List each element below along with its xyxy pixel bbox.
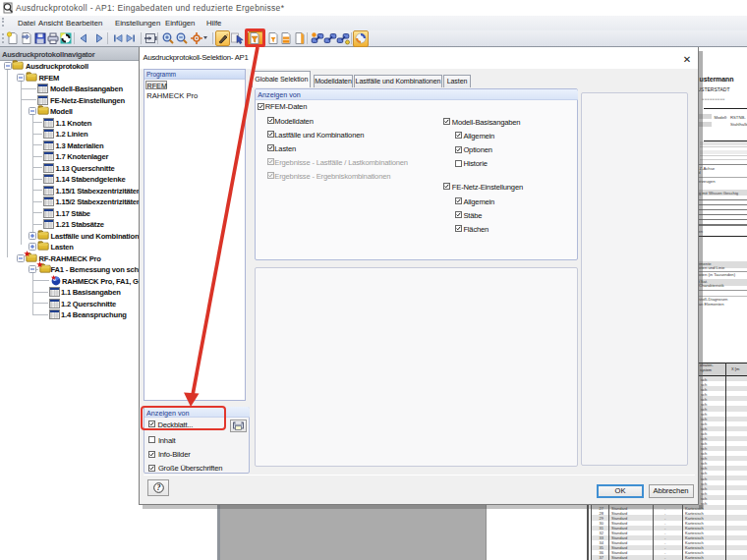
- svg-text:?: ?: [157, 483, 161, 492]
